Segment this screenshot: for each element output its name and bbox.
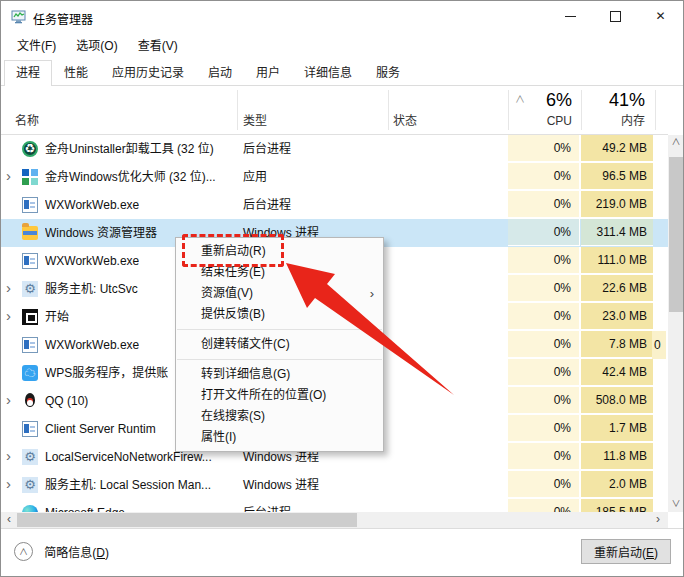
menubar-item-options[interactable]: 选项(O)	[66, 33, 127, 59]
context-menu: 重新启动(R)结束任务(E)资源值(V)›提供反馈(B)创建转储文件(C)转到详…	[175, 237, 384, 452]
footer-bar: 简略信息(D) 重新启动(E)	[1, 528, 683, 577]
context-menu-item-open-file-location[interactable]: 打开文件所在的位置(O)	[176, 385, 383, 406]
vertical-scrollbar[interactable]: ∧ ∨	[668, 135, 684, 512]
close-button[interactable]	[638, 1, 683, 31]
header-divider	[655, 90, 656, 130]
tab-startup[interactable]: 启动	[196, 60, 244, 85]
scroll-up-icon[interactable]: ∧	[668, 135, 684, 150]
column-header-type[interactable]: 类型	[243, 111, 267, 128]
memory-value: 311.4 MB	[581, 219, 653, 246]
process-name: 金舟Uninstaller卸载工具 (32 位)	[45, 135, 214, 163]
expand-chevron-icon[interactable]: ›	[6, 392, 11, 408]
cpu-value: 0%	[508, 163, 580, 190]
cpu-value: 0%	[508, 191, 580, 218]
cpu-value: 0%	[508, 499, 580, 512]
cpu-value: 0%	[508, 303, 580, 330]
expand-chevron-icon[interactable]: ›	[6, 448, 11, 464]
expand-chevron-icon[interactable]: ›	[6, 168, 11, 184]
process-name: 开始	[45, 303, 69, 331]
vertical-scrollbar-thumb[interactable]	[669, 157, 683, 312]
horizontal-scrollbar-thumb[interactable]	[17, 513, 357, 527]
menubar-item-file[interactable]: 文件(F)	[7, 33, 66, 59]
process-type: 应用	[243, 163, 267, 191]
app-window-icon	[22, 253, 38, 269]
cpu-value: 0%	[508, 219, 580, 246]
column-header-memory[interactable]: 内存	[581, 111, 645, 128]
cpu-value: 0%	[508, 247, 580, 274]
process-name: 服务主机: Local Session Man...	[45, 471, 211, 499]
header-divider	[388, 90, 389, 130]
process-row[interactable]: ›服务主机: Local Session Man...Windows 进程0%2…	[1, 471, 668, 499]
gear-icon	[22, 281, 38, 297]
context-menu-item-create-dump[interactable]: 创建转储文件(C)	[176, 334, 383, 355]
context-menu-item-properties[interactable]: 属性(I)	[176, 427, 383, 448]
app-window-icon	[22, 421, 38, 437]
expand-chevron-icon[interactable]: ›	[6, 308, 11, 324]
scroll-left-icon[interactable]: ‹	[1, 512, 17, 528]
squares-icon	[22, 169, 38, 185]
process-name: WXWorkWeb.exe	[45, 191, 139, 219]
process-name: Windows 资源管理器	[45, 219, 157, 247]
tab-users[interactable]: 用户	[244, 60, 292, 85]
gear-icon	[22, 449, 38, 465]
scroll-right-icon[interactable]: ›	[650, 512, 666, 528]
process-row[interactable]: 金舟Uninstaller卸载工具 (32 位)后台进程0%49.2 MB	[1, 135, 668, 163]
cpu-value: 0%	[508, 135, 580, 162]
context-menu-item-provide-feedback[interactable]: 提供反馈(B)	[176, 304, 383, 325]
memory-value: 508.0 MB	[581, 387, 653, 414]
process-row[interactable]: WXWorkWeb.exe后台进程0%219.0 MB	[1, 191, 668, 219]
expand-chevron-icon[interactable]: ›	[6, 280, 11, 296]
process-name: Client Server Runtim	[45, 415, 156, 443]
gear-icon	[22, 477, 38, 493]
context-menu-item-end-task[interactable]: 结束任务(E)	[176, 262, 383, 283]
process-name: 服务主机: UtcSvc	[45, 275, 138, 303]
menu-separator	[177, 359, 382, 360]
tab-processes[interactable]: 进程	[4, 60, 52, 86]
tab-services[interactable]: 服务	[364, 60, 412, 85]
cpu-value: 0%	[508, 387, 580, 414]
process-name: WXWorkWeb.exe	[45, 247, 139, 275]
maximize-button[interactable]	[593, 1, 638, 31]
process-name: WPS服务程序，提供账	[45, 359, 168, 387]
process-type: 后台进程	[243, 135, 291, 163]
partial-cell: 0	[652, 331, 666, 359]
context-menu-item-search-online[interactable]: 在线搜索(S)	[176, 406, 383, 427]
context-menu-item-go-to-details[interactable]: 转到详细信息(G)	[176, 364, 383, 385]
cpu-total: 6%	[508, 90, 572, 111]
expand-chevron-icon[interactable]: ›	[6, 476, 11, 492]
memory-value: 111.0 MB	[581, 247, 653, 274]
details-toggle[interactable]: 简略信息(D)	[14, 542, 109, 562]
chevron-up-circle-icon	[14, 542, 33, 561]
qq-icon	[22, 393, 38, 409]
tab-strip: 进程性能应用历史记录启动用户详细信息服务	[1, 59, 683, 86]
process-row[interactable]: Microsoft Edge后台进程0%185.5 MB	[1, 499, 668, 512]
process-name: QQ (10)	[45, 387, 88, 415]
menubar-item-view[interactable]: 查看(V)	[128, 33, 188, 59]
process-name: Microsoft Edge	[45, 499, 125, 512]
process-row[interactable]: ›金舟Windows优化大师 (32 位)...应用0%96.5 MB	[1, 163, 668, 191]
column-header-status[interactable]: 状态	[393, 111, 417, 128]
minimize-button[interactable]	[548, 1, 593, 31]
memory-value: 7.8 MB	[581, 331, 653, 358]
tab-performance[interactable]: 性能	[52, 60, 100, 85]
context-menu-item-resource-values[interactable]: 资源值(V)›	[176, 283, 383, 304]
restart-button[interactable]: 重新启动(E)	[581, 539, 671, 564]
scroll-down-icon[interactable]: ∨	[668, 497, 684, 512]
header-divider	[581, 90, 582, 130]
column-header-cpu[interactable]: CPU	[508, 114, 572, 128]
memory-value: 96.5 MB	[581, 163, 653, 190]
details-toggle-label: 简略信息(D)	[44, 546, 109, 560]
column-header-name[interactable]: 名称	[15, 111, 39, 128]
edge-icon	[22, 505, 38, 512]
tab-app-history[interactable]: 应用历史记录	[100, 60, 196, 85]
app-window-icon	[22, 337, 38, 353]
cpu-value: 0%	[508, 359, 580, 386]
app-window-icon	[22, 197, 38, 213]
memory-value: 22.6 MB	[581, 275, 653, 302]
process-type: 后台进程	[243, 191, 291, 219]
horizontal-scrollbar[interactable]: ‹ ›	[1, 512, 668, 528]
tab-details[interactable]: 详细信息	[292, 60, 364, 85]
memory-total: 41%	[581, 90, 645, 111]
cpu-value: 0%	[508, 415, 580, 442]
context-menu-item-restart[interactable]: 重新启动(R)	[176, 241, 383, 262]
